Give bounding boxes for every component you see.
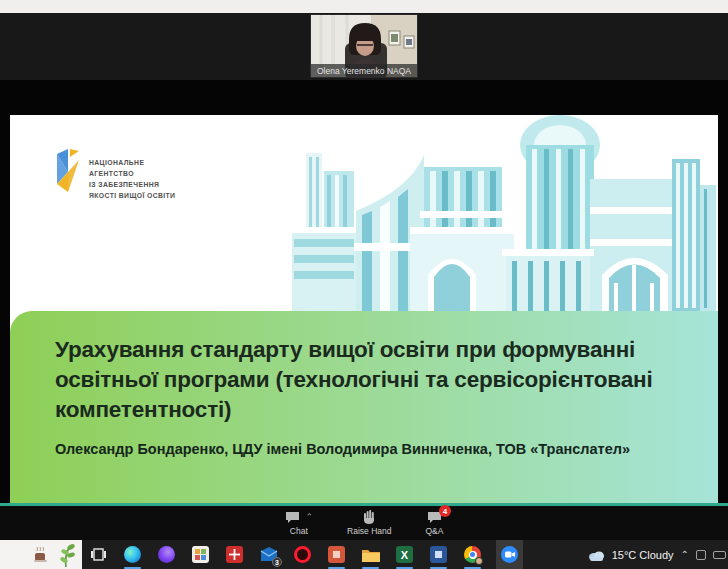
qa-label: Q&A	[426, 526, 444, 536]
task-view-button[interactable]	[88, 544, 109, 565]
excel-button[interactable]: X	[394, 544, 415, 565]
slide-title: Урахування стандарту вищої освіти при фо…	[55, 335, 680, 425]
word-icon	[430, 546, 447, 563]
powerpoint-button[interactable]	[326, 544, 347, 565]
store-button[interactable]	[190, 544, 211, 565]
chrome-icon	[464, 546, 481, 563]
weather-temp-label[interactable]: 15°C Cloudy	[612, 549, 674, 561]
chat-label: Chat	[290, 526, 308, 536]
raise-hand-label: Raise Hand	[347, 526, 391, 536]
weather-cloud-icon	[587, 549, 605, 561]
qa-button[interactable]: 4 Q&A	[426, 510, 444, 536]
logo-line: ІЗ ЗАБЕЗПЕЧЕННЯ	[89, 180, 175, 191]
opera-icon	[294, 546, 311, 563]
coffee-cup-icon	[30, 544, 52, 566]
screen: Olena Yeremenko NAQA НАЦІОНАЛЬНЕ АГЕНТСТ…	[0, 0, 728, 569]
powerpoint-icon	[328, 546, 345, 563]
desktop-top-strip	[0, 0, 728, 13]
chrome-profile-avatar	[475, 557, 483, 565]
chat-icon	[285, 511, 300, 524]
file-explorer-button[interactable]	[360, 544, 381, 565]
task-view-icon	[91, 548, 106, 561]
qa-badge: 4	[439, 505, 451, 517]
raise-hand-button[interactable]: Raise Hand	[347, 510, 391, 536]
slide-subtitle: Олександр Бондаренко, ЦДУ імені Володими…	[55, 441, 680, 457]
media-app-button[interactable]	[156, 544, 177, 565]
participant-name-label: Olena Yeremenko NAQA	[311, 64, 417, 77]
meeting-control-bar: ⌃ Chat Raise Hand 4	[0, 506, 728, 540]
plant-icon	[54, 542, 78, 568]
screen-share-area: НАЦІОНАЛЬНЕ АГЕНТСТВО ІЗ ЗАБЕЗПЕЧЕННЯ ЯК…	[0, 80, 728, 503]
logo-line: ЯКОСТІ ВИЩОЇ ОСВІТИ	[89, 191, 175, 202]
opera-button[interactable]	[292, 544, 313, 565]
naqa-logo-text: НАЦІОНАЛЬНЕ АГЕНТСТВО ІЗ ЗАБЕЗПЕЧЕННЯ ЯК…	[89, 158, 175, 202]
tray-battery-icon[interactable]	[713, 551, 726, 559]
store-icon	[192, 546, 209, 563]
news-widget-button[interactable]	[0, 540, 82, 569]
file-explorer-icon	[362, 548, 380, 562]
media-app-icon	[158, 546, 175, 563]
chat-options-caret-icon[interactable]: ⌃	[306, 513, 314, 522]
excel-icon: X	[396, 546, 413, 563]
raise-hand-icon	[363, 510, 375, 524]
mail-button[interactable]: 3	[258, 544, 279, 565]
chrome-button[interactable]	[462, 544, 483, 565]
mail-badge: 3	[272, 557, 282, 567]
edge-icon	[124, 546, 141, 563]
naqa-logo: НАЦІОНАЛЬНЕ АГЕНТСТВО ІЗ ЗАБЕЗПЕЧЕННЯ ЯК…	[55, 148, 175, 202]
logo-line: АГЕНТСТВО	[89, 169, 175, 180]
zoom-app-button[interactable]	[496, 540, 523, 569]
tray-device-icon[interactable]	[696, 550, 706, 560]
presentation-slide: НАЦІОНАЛЬНЕ АГЕНТСТВО ІЗ ЗАБЕЗПЕЧЕННЯ ЯК…	[10, 115, 718, 503]
logo-line: НАЦІОНАЛЬНЕ	[89, 158, 175, 169]
system-tray: 15°C Cloudy ⌃	[587, 540, 726, 569]
tray-expand-caret-icon[interactable]: ⌃	[681, 549, 689, 560]
word-button[interactable]	[428, 544, 449, 565]
title-band: Урахування стандарту вищої освіти при фо…	[10, 311, 718, 503]
zoom-app-icon	[501, 546, 518, 563]
naqa-logo-icon	[55, 148, 81, 192]
chat-button[interactable]: ⌃ Chat	[285, 510, 314, 536]
edge-button[interactable]	[122, 544, 143, 565]
gift-app-icon	[226, 546, 243, 563]
windows-taskbar: 3 X	[0, 540, 728, 569]
video-strip: Olena Yeremenko NAQA	[0, 13, 728, 80]
building-illustration	[292, 115, 716, 312]
gift-app-button[interactable]	[224, 544, 245, 565]
participant-video-tile[interactable]: Olena Yeremenko NAQA	[310, 14, 418, 78]
